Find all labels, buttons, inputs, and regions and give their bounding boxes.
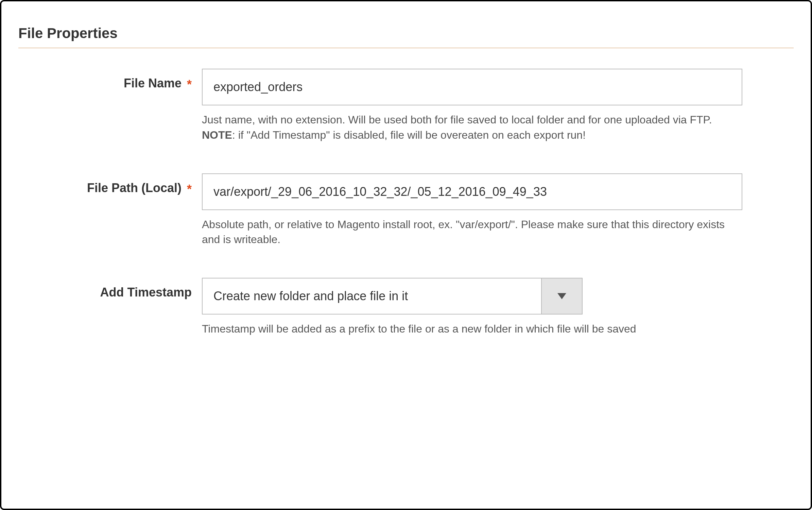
file-path-control: Absolute path, or relative to Magento in… [202, 173, 742, 248]
file-name-help-pre: Just name, with no extension. Will be us… [202, 114, 712, 126]
add-timestamp-help: Timestamp will be added as a prefix to t… [202, 321, 732, 337]
file-path-label: File Path (Local) [87, 181, 182, 195]
file-name-label-col: File Name * [18, 69, 202, 90]
required-asterisk-icon: * [187, 79, 192, 91]
add-timestamp-dropdown-button[interactable] [541, 278, 582, 314]
add-timestamp-label-col: Add Timestamp [18, 278, 202, 300]
section-title: File Properties [18, 25, 794, 41]
add-timestamp-selected-value[interactable]: Create new folder and place file in it [202, 278, 583, 314]
file-name-help-bold: NOTE [202, 129, 232, 141]
add-timestamp-label: Add Timestamp [100, 285, 192, 300]
chevron-down-icon [557, 293, 566, 299]
file-name-input[interactable] [202, 69, 742, 105]
file-path-help: Absolute path, or relative to Magento in… [202, 217, 732, 248]
file-name-control: Just name, with no extension. Will be us… [202, 69, 742, 143]
file-path-label-col: File Path (Local) * [18, 173, 202, 195]
add-timestamp-row: Add Timestamp Create new folder and plac… [18, 278, 794, 337]
file-path-row: File Path (Local) * Absolute path, or re… [18, 173, 794, 248]
file-path-input[interactable] [202, 173, 742, 210]
add-timestamp-control: Create new folder and place file in it T… [202, 278, 742, 337]
file-name-help: Just name, with no extension. Will be us… [202, 112, 732, 143]
file-name-row: File Name * Just name, with no extension… [18, 69, 794, 143]
file-name-help-post: : if "Add Timestamp" is disabled, file w… [232, 129, 586, 141]
svg-marker-0 [557, 293, 566, 299]
file-properties-panel: File Properties File Name * Just name, w… [0, 0, 812, 510]
section-divider [18, 48, 794, 48]
file-name-label: File Name [124, 76, 182, 90]
required-asterisk-icon: * [187, 183, 192, 196]
add-timestamp-select[interactable]: Create new folder and place file in it [202, 278, 583, 314]
